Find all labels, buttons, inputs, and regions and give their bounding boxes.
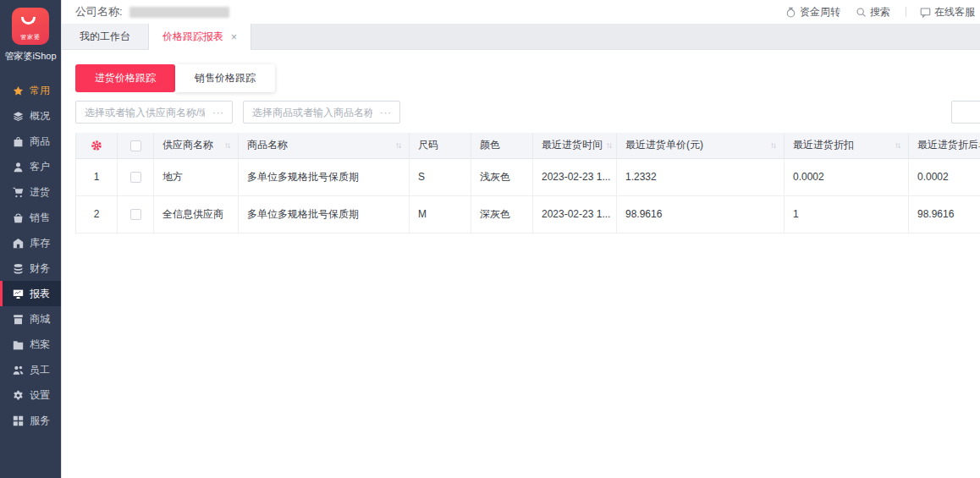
- search-link[interactable]: 搜索: [856, 5, 890, 19]
- cell-color: 深灰色: [471, 195, 533, 233]
- table-header-row: 供应商名称↑↓ 商品名称↑↓ 尺码 颜色 最近进货时间↑↓ 最近进货单价(元)↑…: [76, 133, 980, 158]
- row-index: 2: [76, 195, 118, 233]
- sort-icon[interactable]: ↑↓: [224, 140, 229, 150]
- sidebar-item-reports[interactable]: 报表: [0, 281, 61, 306]
- money-bag-icon: [785, 7, 796, 18]
- select-all-cell: [118, 133, 154, 158]
- sort-icon[interactable]: ↑↓: [606, 140, 611, 150]
- sidebar-item-inventory[interactable]: 库存: [0, 230, 61, 255]
- supplier-filter-input[interactable]: [76, 107, 205, 118]
- row-index: 1: [76, 158, 118, 195]
- sidebar-item-favorites[interactable]: 常用: [0, 78, 61, 103]
- sidebar-item-label: 概况: [30, 109, 50, 124]
- sidebar-item-settings[interactable]: 设置: [0, 382, 61, 408]
- column-header-supplier-name[interactable]: 供应商名称↑↓: [154, 133, 239, 158]
- row-checkbox-cell: [118, 158, 154, 195]
- grid-icon: [13, 415, 24, 426]
- row-checkbox[interactable]: [130, 172, 141, 183]
- divider: [906, 7, 906, 17]
- cell-last-price: 1.2332: [617, 158, 785, 195]
- filter-bar: ··· ···: [75, 101, 980, 124]
- sidebar-item-overview[interactable]: 概况: [0, 103, 61, 129]
- sidebar-item-label: 员工: [30, 363, 50, 377]
- store-icon: [13, 314, 24, 325]
- company-name-redacted: [129, 7, 229, 18]
- red-gear-icon: [91, 140, 102, 151]
- column-header-last-purchase-discount[interactable]: 最近进货折扣↑↓: [785, 133, 909, 158]
- sidebar-item-customers[interactable]: 客户: [0, 154, 61, 179]
- column-header-color: 颜色: [471, 133, 533, 158]
- capital-turnover-link[interactable]: 资金周转: [785, 5, 840, 19]
- supplier-filter-more-button[interactable]: ···: [205, 107, 232, 118]
- cell-supplier: 地方: [154, 158, 239, 195]
- column-header-product-name[interactable]: 商品名称↑↓: [239, 133, 410, 158]
- gear-icon: [13, 390, 24, 401]
- search-icon: [856, 7, 867, 18]
- sidebar-item-services[interactable]: 服务: [0, 408, 61, 433]
- cart-icon: [13, 187, 24, 198]
- sidebar-item-mall[interactable]: 商城: [0, 306, 61, 332]
- tab-my-workbench[interactable]: 我的工作台: [62, 24, 149, 50]
- cell-last-discounted-price: 98.9616: [909, 195, 980, 233]
- tab-price-tracking-report[interactable]: 价格跟踪报表 ×: [149, 24, 251, 50]
- column-header-last-purchase-time[interactable]: 最近进货时间↑↓: [533, 133, 617, 158]
- select-all-checkbox[interactable]: [130, 140, 141, 151]
- product-filter-input[interactable]: [244, 107, 372, 118]
- person-icon: [13, 162, 24, 173]
- online-support-link[interactable]: 在线客服: [920, 5, 975, 19]
- sidebar-item-purchase[interactable]: 进货: [0, 179, 61, 205]
- column-header-last-purchase-price[interactable]: 最近进货单价(元)↑↓: [617, 133, 785, 158]
- close-icon[interactable]: ×: [231, 31, 237, 43]
- topbar-links: 资金周转 搜索 在线客服: [785, 0, 980, 24]
- sidebar-nav: 常用 概况 商品 客户 进货 销售: [0, 78, 61, 433]
- row-checkbox-cell: [118, 195, 154, 233]
- sidebar-item-label: 库存: [30, 236, 50, 250]
- supplier-filter: ···: [75, 101, 233, 124]
- table-row: 2 全信息供应商 多单位多规格批号保质期 M 深灰色 2023-02-23 1.…: [76, 195, 980, 233]
- subtab-sales-price-tracking[interactable]: 销售价格跟踪: [175, 64, 275, 92]
- sort-icon[interactable]: ↑↓: [895, 140, 900, 150]
- tab-bar: 我的工作台 价格跟踪报表 ×: [62, 24, 980, 50]
- sidebar-item-label: 档案: [30, 338, 50, 352]
- cell-product: 多单位多规格批号保质期: [239, 195, 410, 233]
- row-checkbox[interactable]: [130, 209, 141, 220]
- logo-bag-handle-icon: [21, 17, 36, 25]
- folder-icon: [13, 339, 24, 350]
- cell-supplier: 全信息供应商: [154, 195, 239, 233]
- subtab-purchase-price-tracking[interactable]: 进货价格跟踪: [75, 64, 175, 92]
- company-name-label: 公司名称:: [75, 4, 123, 19]
- cell-product: 多单位多规格批号保质期: [239, 158, 410, 195]
- warehouse-icon: [13, 238, 24, 249]
- main-area: 公司名称: 资金周转 搜索 在线客服 我的工作台: [61, 0, 980, 478]
- table-settings-gear-button[interactable]: [76, 133, 118, 158]
- sidebar-item-label: 服务: [30, 414, 50, 428]
- sidebar-item-sales[interactable]: 销售: [0, 205, 61, 230]
- topbar: 公司名称: 资金周转 搜索 在线客服: [62, 0, 980, 24]
- bag-icon: [13, 136, 24, 147]
- price-tracking-table: 供应商名称↑↓ 商品名称↑↓ 尺码 颜色 最近进货时间↑↓ 最近进货单价(元)↑…: [75, 133, 980, 234]
- sidebar-item-label: 销售: [30, 211, 50, 225]
- sort-icon[interactable]: ↑↓: [770, 140, 775, 150]
- sidebar-item-label: 报表: [30, 287, 50, 301]
- cell-last-time: 2023-02-23 1...: [533, 195, 617, 233]
- basket-icon: [13, 212, 24, 223]
- sidebar-item-archives[interactable]: 档案: [0, 332, 61, 357]
- sidebar-item-goods[interactable]: 商品: [0, 129, 61, 154]
- sidebar-item-label: 进货: [30, 185, 50, 200]
- column-header-last-discounted-price: 最近进货折后单价: [909, 133, 980, 158]
- app-logo: 管家婆: [12, 8, 49, 45]
- brand-name: 管家婆iShop: [4, 50, 56, 63]
- sort-icon[interactable]: ↑↓: [395, 140, 400, 150]
- edge-clipped-button[interactable]: [951, 101, 980, 124]
- product-filter-more-button[interactable]: ···: [372, 107, 399, 118]
- sidebar-item-label: 设置: [30, 388, 50, 403]
- sidebar-item-label: 常用: [30, 84, 50, 98]
- chat-icon: [920, 7, 931, 18]
- coins-icon: [13, 263, 24, 274]
- sidebar-item-finance[interactable]: 财务: [0, 255, 61, 281]
- star-icon: [13, 85, 24, 96]
- app-window: 管家婆 管家婆iShop 常用 概况 商品 客户 进货: [0, 0, 980, 478]
- cell-last-discounted-price: 0.0002: [909, 158, 980, 195]
- product-filter: ···: [243, 101, 400, 124]
- sidebar-item-staff[interactable]: 员工: [0, 357, 61, 382]
